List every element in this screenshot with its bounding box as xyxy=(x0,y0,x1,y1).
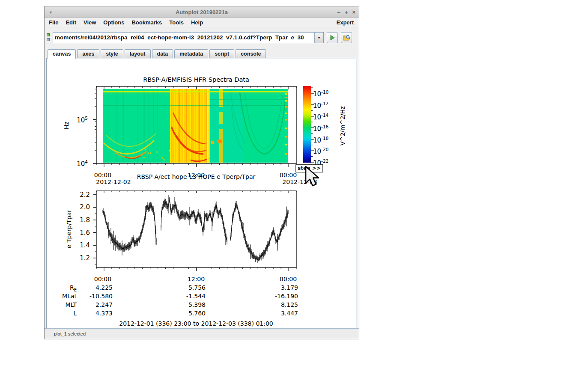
tab-console[interactable]: console xyxy=(236,49,266,58)
plot2-ytick-2: 1.8 xyxy=(65,216,90,224)
colorbar-tick-2: 10-14 xyxy=(313,113,328,121)
plot2-ytick-4: 1.4 xyxy=(65,241,90,249)
plot1-xtick-2: 00:00 xyxy=(280,172,297,178)
close-button[interactable]: × xyxy=(352,9,355,15)
plot2-ytick-0: 2.2 xyxy=(65,191,90,199)
canvas-panel: RBSP-A/EMFISIS HFR Spectra Data Hz 105 1… xyxy=(46,58,357,328)
tab-data[interactable]: data xyxy=(152,49,173,58)
tab-style[interactable]: style xyxy=(101,49,123,58)
plot2-ytick-5: 1.2 xyxy=(65,254,90,262)
datasource-type-icon xyxy=(47,33,51,42)
plot1-ytick-1e5: 105 xyxy=(63,116,88,124)
menu-help[interactable]: Help xyxy=(191,19,203,26)
colorbar-tick-0: 10-10 xyxy=(313,89,328,98)
plot1-xdate-left: 2012-12-02 xyxy=(96,178,131,185)
plot1-title: RBSP-A/EMFISIS HFR Spectra Data xyxy=(143,76,249,83)
inspect-file-button[interactable] xyxy=(341,32,352,43)
tab-bar: canvas axes style layout data metadata s… xyxy=(45,48,359,58)
time-range-label: 2012-12-01 (336) 23:00 to 2012-12-03 (33… xyxy=(119,320,273,327)
tab-layout[interactable]: layout xyxy=(125,49,151,58)
menu-bookmarks[interactable]: Bookmarks xyxy=(131,19,162,26)
plot2-xtick-1: 12:00 xyxy=(188,276,205,282)
address-toolbar: moments/rel04/2012/rbspa_rel04_ect-hope-… xyxy=(45,27,359,48)
chevron-down-icon: ▼ xyxy=(317,36,321,40)
colorbar-tick-4: 10-18 xyxy=(313,136,328,144)
menu-edit[interactable]: Edit xyxy=(66,19,76,26)
tab-script[interactable]: script xyxy=(209,49,234,58)
tab-axes[interactable]: axes xyxy=(77,49,99,58)
uri-input[interactable]: moments/rel04/2012/rbspa_rel04_ect-hope-… xyxy=(53,33,314,43)
colorbar-tick-1: 10-12 xyxy=(313,101,328,110)
mouse-cursor xyxy=(305,166,320,188)
minimize-button[interactable]: – xyxy=(337,9,340,15)
spectrogram-image[interactable] xyxy=(103,89,288,163)
plot2-xtick-2: 00:00 xyxy=(280,276,297,282)
colorbar[interactable] xyxy=(303,86,311,163)
status-text: plot_1 selected xyxy=(54,331,86,336)
plot2-ytick-1: 2.0 xyxy=(65,203,90,211)
status-bar: plot_1 selected xyxy=(45,328,359,339)
play-icon xyxy=(329,35,335,41)
menu-tools[interactable]: Tools xyxy=(169,19,184,26)
title-bar[interactable]: ▾ Autoplot 20190221a – + × xyxy=(45,6,359,18)
menu-bar: File Edit View Options Bookmarks Tools H… xyxy=(45,18,359,27)
plot2-xtick-0: 00:00 xyxy=(94,276,111,282)
plot2-title: RBSP-A/ect-hope-L3 HOPE e Tperp/Tpar xyxy=(137,173,256,180)
menu-file[interactable]: File xyxy=(49,19,58,26)
menu-view[interactable]: View xyxy=(84,19,96,26)
tab-metadata[interactable]: metadata xyxy=(174,49,208,58)
plot2-ytick-3: 1.6 xyxy=(65,229,90,237)
plot-surface[interactable]: RBSP-A/EMFISIS HFR Spectra Data Hz 105 1… xyxy=(48,59,356,328)
colorbar-tick-5: 10-20 xyxy=(313,147,328,155)
go-plot-button[interactable] xyxy=(327,32,338,43)
colorbar-axis-label: V^2/m^2/Hz xyxy=(339,106,346,146)
expert-label[interactable]: Expert xyxy=(337,19,354,26)
tab-canvas[interactable]: canvas xyxy=(48,49,76,59)
window-title: Autoplot 20190221a xyxy=(45,9,359,15)
uri-combobox[interactable]: moments/rel04/2012/rbspa_rel04_ect-hope-… xyxy=(53,32,324,43)
plot1-ytick-1e4: 104 xyxy=(63,159,88,168)
plot1-xtick-0: 00:00 xyxy=(94,172,111,178)
maximize-button[interactable]: + xyxy=(345,9,348,15)
uri-dropdown-button[interactable]: ▼ xyxy=(314,33,323,43)
colorbar-tick-3: 10-16 xyxy=(313,124,328,133)
menu-options[interactable]: Options xyxy=(103,19,124,26)
folder-magnifier-icon xyxy=(343,35,350,41)
autoplot-window: ▾ Autoplot 20190221a – + × File Edit Vie… xyxy=(44,6,359,339)
